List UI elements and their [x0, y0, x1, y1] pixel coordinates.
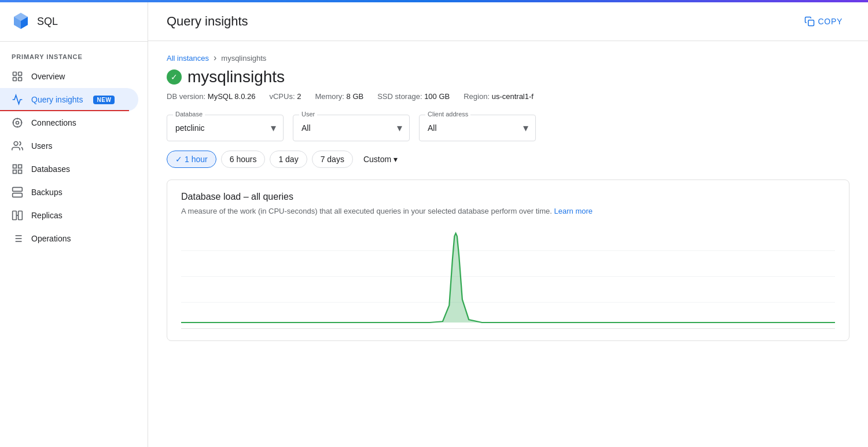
client-address-selector[interactable]: Client address All ▾ — [419, 115, 536, 141]
time-range-row: ✓ 1 hour 6 hours 1 day 7 days Custom ▾ — [167, 151, 849, 168]
sidebar-item-operations[interactable]: Operations — [0, 227, 138, 250]
svg-rect-16 — [19, 211, 23, 220]
sidebar-item-label: Connections — [31, 118, 76, 127]
sidebar-header: SQL — [0, 2, 148, 42]
app-title: SQL — [37, 16, 58, 28]
sidebar-item-label: Replicas — [31, 211, 62, 220]
main-content: Query insights COPY All instances › mysq… — [148, 2, 868, 447]
breadcrumb-all-instances[interactable]: All instances — [167, 54, 209, 63]
sidebar-item-replicas[interactable]: Replicas — [0, 204, 138, 227]
content-area: All instances › mysqlinsights ✓ mysqlins… — [148, 41, 868, 447]
sidebar-item-label: Databases — [31, 164, 70, 174]
chart-description: A measure of the work (in CPU-seconds) t… — [181, 207, 835, 215]
time-1hour-label: 1 hour — [185, 155, 208, 164]
sidebar-item-databases[interactable]: Databases — [0, 157, 138, 181]
database-label: Database — [173, 111, 205, 118]
vcpus: vCPUs: 2 — [269, 92, 301, 101]
instance-name: mysqlinsights — [187, 68, 285, 86]
time-6hours-label: 6 hours — [230, 155, 257, 164]
query-insights-icon — [12, 94, 23, 105]
learn-more-link[interactable]: Learn more — [554, 207, 593, 215]
sidebar-item-query-insights[interactable]: Query insights NEW — [0, 88, 138, 111]
svg-point-6 — [14, 142, 18, 146]
page-header: Query insights COPY — [148, 2, 868, 41]
connections-icon — [12, 117, 23, 129]
ssd-storage: SSD storage: 100 GB — [377, 92, 450, 101]
sidebar-item-label: Query insights — [31, 95, 83, 104]
replicas-icon — [12, 210, 23, 221]
time-6hours-button[interactable]: 6 hours — [221, 151, 266, 168]
sidebar-item-users[interactable]: Users — [0, 134, 138, 157]
region: Region: us-central1-f — [464, 92, 534, 101]
sidebar-nav: Overview Query insights NEW — [0, 65, 148, 250]
breadcrumb-current: mysqlinsights — [221, 54, 266, 63]
client-address-select[interactable]: All — [420, 115, 535, 141]
time-custom-label: Custom — [363, 155, 391, 164]
database-selector[interactable]: Database petclinic ▾ — [167, 115, 284, 141]
svg-rect-2 — [13, 78, 17, 81]
section-label: PRIMARY INSTANCE — [0, 42, 148, 65]
time-1hour-button[interactable]: ✓ 1 hour — [167, 151, 216, 168]
copy-icon — [804, 16, 815, 27]
time-1day-button[interactable]: 1 day — [270, 151, 307, 168]
user-select[interactable]: All — [293, 115, 409, 141]
sidebar-item-overview[interactable]: Overview — [0, 65, 138, 88]
sidebar-item-label: Overview — [31, 72, 65, 81]
instance-title-row: ✓ mysqlinsights — [167, 68, 849, 86]
breadcrumb-separator: › — [214, 53, 216, 63]
sidebar-item-label: Backups — [31, 188, 62, 197]
time-custom-button[interactable]: Custom ▾ — [358, 151, 403, 167]
database-select[interactable]: petclinic — [167, 115, 283, 141]
chart-area — [181, 225, 835, 329]
svg-rect-24 — [808, 20, 814, 26]
sidebar-item-label: Operations — [31, 234, 71, 243]
custom-dropdown-arrow: ▾ — [393, 155, 398, 164]
instance-meta: DB version: MySQL 8.0.26 vCPUs: 2 Memory… — [167, 92, 849, 101]
copy-button[interactable]: COPY — [797, 12, 849, 31]
svg-rect-7 — [13, 165, 17, 168]
svg-rect-15 — [13, 211, 17, 220]
check-icon: ✓ — [175, 155, 182, 164]
page-title: Query insights — [167, 14, 248, 29]
chart-svg — [181, 225, 835, 328]
user-selector[interactable]: User All ▾ — [293, 115, 410, 141]
chart-section: Database load – all queries A measure of… — [167, 179, 849, 341]
copy-label: COPY — [818, 17, 843, 26]
time-7days-button[interactable]: 7 days — [312, 151, 353, 168]
overview-icon — [12, 71, 23, 82]
operations-icon — [12, 233, 23, 244]
svg-rect-11 — [13, 188, 23, 192]
breadcrumb: All instances › mysqlinsights — [167, 53, 849, 63]
time-7days-label: 7 days — [321, 155, 344, 164]
svg-marker-28 — [429, 233, 481, 323]
status-icon: ✓ — [167, 69, 182, 85]
svg-rect-0 — [13, 72, 17, 76]
filters-row: Database petclinic ▾ User All ▾ Clie — [167, 115, 849, 141]
sidebar-item-backups[interactable]: Backups — [0, 181, 138, 204]
sidebar-item-label: Users — [31, 141, 53, 151]
time-1day-label: 1 day — [278, 155, 298, 164]
svg-rect-1 — [19, 72, 22, 76]
sidebar: SQL PRIMARY INSTANCE Overview — [0, 2, 148, 447]
databases-icon — [12, 163, 23, 175]
svg-point-4 — [16, 122, 19, 124]
backups-icon — [12, 186, 23, 198]
svg-rect-12 — [13, 193, 23, 197]
svg-rect-9 — [13, 170, 17, 174]
chart-title: Database load – all queries — [181, 192, 835, 202]
svg-rect-8 — [19, 165, 22, 168]
memory: Memory: 8 GB — [315, 92, 363, 101]
sidebar-item-connections[interactable]: Connections — [0, 111, 138, 134]
user-label: User — [299, 111, 317, 118]
svg-rect-3 — [19, 78, 22, 81]
client-address-label: Client address — [425, 111, 470, 118]
svg-point-5 — [13, 119, 22, 127]
svg-rect-10 — [19, 170, 22, 174]
sql-logo-icon — [12, 12, 30, 32]
users-icon — [12, 140, 23, 152]
db-version: DB version: MySQL 8.0.26 — [167, 92, 255, 101]
new-badge: NEW — [93, 96, 115, 104]
